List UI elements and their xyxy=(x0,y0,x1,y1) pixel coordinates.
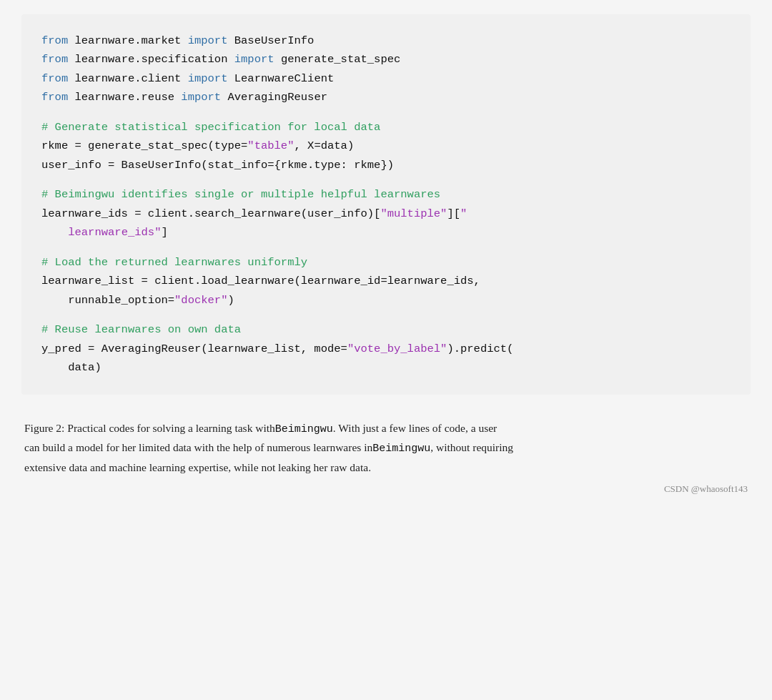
caption-line3-text: extensive data and machine learning expe… xyxy=(24,461,371,473)
string-text: "multiple" xyxy=(380,207,447,220)
blank-line xyxy=(41,242,731,253)
code-text: LearnwareClient xyxy=(227,72,334,85)
string-text: "docker" xyxy=(174,294,227,307)
code-line-8b: runnable_option="docker") xyxy=(41,291,731,310)
comment-line-2: # Beimingwu identifies single or multipl… xyxy=(41,185,731,204)
keyword-import: import xyxy=(188,34,228,47)
caption-beimingwu-1: Beimingwu xyxy=(275,423,333,435)
code-line-7b: learnware_ids"] xyxy=(41,223,731,242)
caption-text-1: Practical codes for solving a learning t… xyxy=(67,422,275,434)
comment-text: # Load the returned learnwares uniformly xyxy=(41,256,307,269)
code-text: learnware.client xyxy=(68,72,187,85)
caption-paragraph-3: extensive data and machine learning expe… xyxy=(24,458,748,477)
code-text: user_info = BaseUserInfo(stat_info={rkme… xyxy=(41,159,394,172)
code-text: learnware.reuse xyxy=(68,91,181,104)
keyword-from: from xyxy=(41,72,68,85)
code-text: ][ xyxy=(447,207,460,220)
code-text: data) xyxy=(41,361,102,374)
code-text: learnware.specification xyxy=(68,53,234,66)
code-text: rkme = generate_stat_spec(type= xyxy=(41,139,247,152)
caption-paragraph-2: can build a model for her limited data w… xyxy=(24,438,748,458)
string-text: learnware_ids" xyxy=(68,226,161,239)
comment-line-3: # Load the returned learnwares uniformly xyxy=(41,253,731,272)
code-line-9b: data) xyxy=(41,358,731,377)
code-text: , X=data) xyxy=(294,139,354,152)
code-text: y_pred = AveragingReuser(learnware_list,… xyxy=(41,342,347,355)
code-text: learnware_ids = client.search_learnware(… xyxy=(41,207,380,220)
comment-line-1: # Generate statistical specification for… xyxy=(41,118,731,137)
keyword-from: from xyxy=(41,91,68,104)
blank-line xyxy=(41,174,731,186)
string-text: "vote_by_label" xyxy=(347,342,447,355)
caption-beimingwu-2: Beimingwu xyxy=(372,443,430,455)
blank-line xyxy=(41,107,731,118)
blank-line xyxy=(41,310,731,321)
figure-label: Figure 2: xyxy=(24,422,64,434)
comment-text: # Reuse learnwares on own data xyxy=(41,323,241,336)
code-text: AveragingReuser xyxy=(221,91,327,104)
code-text: runnable_option= xyxy=(41,294,174,307)
code-line-7: learnware_ids = client.search_learnware(… xyxy=(41,204,731,223)
caption-text-2: . With just a few lines of code, a user xyxy=(333,422,497,434)
figure-caption: Figure 2: Practical codes for solving a … xyxy=(21,412,751,503)
watermark-text: CSDN @whaosoft143 xyxy=(664,483,748,494)
keyword-import: import xyxy=(188,72,228,85)
watermark: CSDN @whaosoft143 xyxy=(24,481,748,496)
code-text: BaseUserInfo xyxy=(227,34,314,47)
code-text: ).predict( xyxy=(447,342,513,355)
code-line-6: user_info = BaseUserInfo(stat_info={rkme… xyxy=(41,156,731,174)
caption-text-3: , without requiring xyxy=(430,441,513,453)
code-text: generate_stat_spec xyxy=(274,53,401,66)
code-block: from learnware.market import BaseUserInf… xyxy=(21,14,751,395)
comment-text: # Generate statistical specification for… xyxy=(41,121,380,134)
code-line-4: from learnware.reuse import AveragingReu… xyxy=(41,88,731,107)
keyword-from: from xyxy=(41,53,68,66)
comment-text: # Beimingwu identifies single or multipl… xyxy=(41,188,440,201)
code-line-1: from learnware.market import BaseUserInf… xyxy=(41,31,731,50)
code-line-3: from learnware.client import LearnwareCl… xyxy=(41,69,731,88)
code-line-2: from learnware.specification import gene… xyxy=(41,50,731,69)
keyword-import: import xyxy=(234,53,274,66)
keyword-from: from xyxy=(41,34,68,47)
code-text: ] xyxy=(161,226,167,239)
string-text: "table" xyxy=(247,139,294,152)
code-text: ) xyxy=(227,294,234,307)
code-text xyxy=(41,226,68,239)
code-line-9: y_pred = AveragingReuser(learnware_list,… xyxy=(41,340,731,358)
code-text: learnware_list = client.load_learnware(l… xyxy=(41,275,480,287)
keyword-import: import xyxy=(181,91,221,104)
page-container: from learnware.market import BaseUserInf… xyxy=(0,0,772,516)
code-line-5: rkme = generate_stat_spec(type="table", … xyxy=(41,137,731,155)
code-text: learnware.market xyxy=(68,34,187,47)
code-line-8: learnware_list = client.load_learnware(l… xyxy=(41,272,731,290)
caption-line2-text: can build a model for her limited data w… xyxy=(24,441,372,453)
string-text: " xyxy=(460,207,467,220)
comment-line-4: # Reuse learnwares on own data xyxy=(41,320,731,339)
caption-paragraph-1: Figure 2: Practical codes for solving a … xyxy=(24,419,748,439)
